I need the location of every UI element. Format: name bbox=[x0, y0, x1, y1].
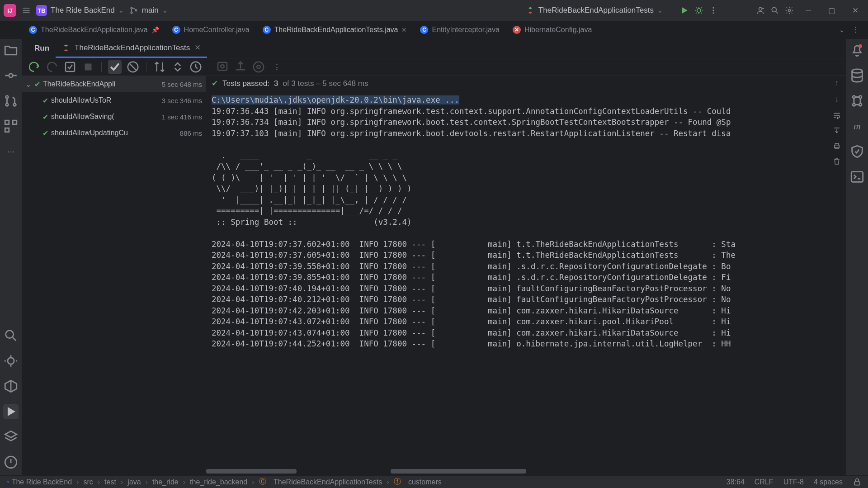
project-name-label: The Ride BackEnd bbox=[51, 6, 115, 15]
clear-all-button[interactable] bbox=[833, 157, 841, 166]
test-item-row[interactable]: ✔ shouldAllowSaving( 1 sec 416 ms bbox=[22, 109, 206, 125]
import-tests-button[interactable] bbox=[216, 60, 229, 74]
more-actions-button[interactable] bbox=[709, 6, 718, 15]
export-tests-button[interactable] bbox=[234, 60, 247, 74]
svg-point-17 bbox=[6, 331, 14, 338]
run-title-tab[interactable]: Run bbox=[28, 39, 56, 58]
close-tab-icon[interactable]: ✕ bbox=[194, 43, 201, 52]
svg-rect-21 bbox=[85, 64, 92, 71]
test-settings-button[interactable] bbox=[252, 60, 265, 74]
horizontal-scrollbar[interactable] bbox=[206, 469, 846, 475]
expand-all-button[interactable] bbox=[171, 60, 184, 74]
java-class-icon: C bbox=[420, 26, 428, 34]
scroll-down-button[interactable]: ↓ bbox=[835, 95, 839, 104]
breadcrumb-item[interactable]: ▫The Ride BackEnd bbox=[6, 478, 72, 486]
show-ignored-button[interactable] bbox=[126, 60, 140, 74]
tab-options-button[interactable]: ⋮ bbox=[851, 25, 860, 34]
svg-rect-34 bbox=[851, 172, 863, 182]
test-root-row[interactable]: ⌄ ✔ TheRideBackEndAppli 5 sec 648 ms bbox=[22, 76, 206, 92]
more-tool-windows-button[interactable]: ⋯ bbox=[3, 144, 19, 159]
breadcrumb-item[interactable]: Ⓒ TheRideBackEndApplicationTests bbox=[259, 477, 382, 487]
line-separator-label[interactable]: CRLF bbox=[755, 478, 774, 486]
show-passed-button[interactable] bbox=[108, 60, 122, 74]
project-tool-button[interactable] bbox=[3, 43, 19, 58]
left-tool-rail: ⋯ bbox=[0, 39, 22, 475]
breadcrumb-item[interactable]: the_ride_backend bbox=[190, 478, 247, 486]
indent-label[interactable]: 4 spaces bbox=[814, 478, 843, 486]
window-minimize-button[interactable]: ─ bbox=[799, 0, 817, 21]
database-tool-button[interactable] bbox=[849, 68, 865, 83]
project-badge-icon: TB bbox=[36, 5, 47, 16]
svg-point-33 bbox=[859, 104, 862, 106]
commit-tool-button[interactable] bbox=[3, 68, 19, 83]
svg-point-0 bbox=[131, 7, 132, 9]
code-with-me-icon[interactable] bbox=[756, 6, 765, 15]
svg-point-27 bbox=[254, 62, 264, 72]
editor-tab-bar: C TheRideBackEndApplication.java 📌 C Hom… bbox=[0, 21, 868, 39]
breadcrumb-item[interactable]: src bbox=[83, 478, 93, 486]
run-button[interactable] bbox=[680, 6, 689, 15]
breadcrumb-item[interactable]: ⓕ customers bbox=[394, 477, 442, 487]
project-selector[interactable]: TB The Ride BackEnd bbox=[36, 5, 124, 16]
test-item-time: 1 sec 416 ms bbox=[162, 113, 202, 121]
editor-tab[interactable]: C EntityInterceptor.java bbox=[414, 21, 506, 38]
sort-button[interactable] bbox=[153, 60, 166, 74]
scroll-up-button[interactable]: ↑ bbox=[835, 79, 839, 88]
build-tool-button[interactable] bbox=[3, 379, 19, 394]
editor-tab[interactable]: C TheRideBackEndApplicationTests.java ✕ bbox=[256, 21, 414, 38]
pull-requests-tool-button[interactable] bbox=[3, 93, 19, 109]
breadcrumb-item[interactable]: test bbox=[104, 478, 116, 486]
console-output[interactable]: C:\Users\mudia\.jdks\openjdk-20.0.2\bin\… bbox=[206, 91, 827, 475]
test-item-row[interactable]: ✔ shouldAllowUsToR 3 sec 346 ms bbox=[22, 92, 206, 109]
test-tree[interactable]: ⌄ ✔ TheRideBackEndAppli 5 sec 648 ms ✔ s… bbox=[22, 76, 206, 475]
debug-tool-button[interactable] bbox=[3, 353, 19, 369]
settings-button[interactable] bbox=[785, 6, 794, 15]
branch-selector[interactable]: main bbox=[129, 6, 168, 15]
terminal-tool-button[interactable] bbox=[849, 169, 865, 185]
test-item-row[interactable]: ✔ shouldAllowUpdatingCu 886 ms bbox=[22, 125, 206, 141]
encoding-label[interactable]: UTF-8 bbox=[783, 478, 804, 486]
main-menu-icon[interactable] bbox=[22, 6, 31, 15]
run-tool-button[interactable] bbox=[3, 404, 19, 419]
search-everywhere-button[interactable] bbox=[770, 6, 779, 15]
debug-button[interactable] bbox=[694, 6, 703, 15]
structure-tool-button[interactable] bbox=[3, 118, 19, 134]
status-bar: ▫The Ride BackEnd › src › test › java › … bbox=[0, 475, 868, 488]
breadcrumb-item[interactable]: java bbox=[127, 478, 141, 486]
rerun-button[interactable] bbox=[27, 60, 41, 74]
rerun-failed-button[interactable] bbox=[45, 60, 59, 74]
run-config-selector[interactable]: TheRideBackEndApplicationTests bbox=[526, 6, 663, 15]
scroll-to-end-button[interactable] bbox=[833, 127, 841, 135]
maven-tool-button[interactable]: m bbox=[849, 118, 865, 134]
run-config-tab[interactable]: TheRideBackEndApplicationTests ✕ bbox=[56, 39, 207, 58]
print-button[interactable] bbox=[833, 142, 841, 150]
soft-wrap-button[interactable] bbox=[833, 111, 841, 119]
test-history-button[interactable] bbox=[189, 60, 203, 74]
window-maximize-button[interactable]: ▢ bbox=[823, 0, 841, 21]
editor-tab[interactable]: ✕ HibernateConfig.java bbox=[506, 21, 599, 38]
tab-list-dropdown[interactable] bbox=[839, 26, 844, 33]
toggle-auto-test-button[interactable] bbox=[63, 60, 77, 74]
console-action-rail: ↑ ↓ bbox=[827, 76, 846, 475]
window-close-button[interactable]: ✕ bbox=[846, 0, 864, 21]
stop-button[interactable] bbox=[81, 60, 95, 74]
branch-name-label: main bbox=[142, 6, 159, 15]
close-tab-icon[interactable]: ✕ bbox=[401, 26, 407, 33]
notifications-button[interactable] bbox=[849, 43, 865, 58]
more-test-options-button[interactable]: ⋮ bbox=[270, 60, 283, 74]
svg-point-6 bbox=[712, 12, 714, 14]
breadcrumb-item[interactable]: the_ride bbox=[152, 478, 179, 486]
svg-point-13 bbox=[14, 104, 16, 106]
readonly-lock-icon[interactable] bbox=[853, 478, 862, 487]
editor-tab[interactable]: C TheRideBackEndApplication.java 📌 bbox=[23, 21, 166, 38]
services-tool-button[interactable] bbox=[3, 429, 19, 445]
pin-icon[interactable]: 📌 bbox=[151, 26, 159, 33]
editor-tab-label: TheRideBackEndApplication.java bbox=[41, 26, 148, 34]
find-tool-button[interactable] bbox=[3, 328, 19, 343]
coverage-tool-button[interactable] bbox=[849, 144, 865, 159]
problems-tool-button[interactable] bbox=[3, 455, 19, 470]
chevron-down-icon[interactable]: ⌄ bbox=[25, 80, 32, 89]
editor-tab[interactable]: C HomeController.java bbox=[166, 21, 256, 38]
cursor-position-label[interactable]: 38:64 bbox=[726, 478, 745, 486]
gradle-tool-button[interactable] bbox=[849, 93, 865, 109]
